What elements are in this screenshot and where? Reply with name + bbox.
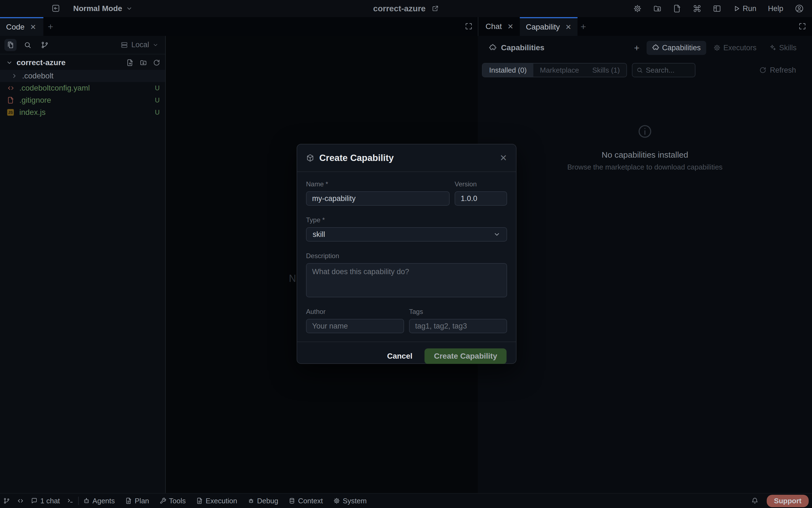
refresh-icon[interactable] (153, 59, 160, 66)
new-file-icon[interactable] (126, 59, 134, 66)
code-view-button[interactable] (17, 498, 24, 504)
tab-chat-label: Chat (486, 22, 502, 31)
capabilities-search[interactable] (632, 63, 695, 77)
panel-title: Capabilities (501, 43, 544, 52)
settings-gear-icon[interactable] (633, 4, 642, 13)
file-name: .gitignore (19, 96, 51, 104)
description-textarea[interactable] (306, 263, 507, 297)
support-button[interactable]: Support (767, 495, 809, 507)
tree-file-row[interactable]: .gitignore U (0, 94, 165, 106)
close-icon[interactable]: ✕ (30, 23, 36, 32)
project-root-row[interactable]: correct-azure (0, 55, 165, 70)
source-selector[interactable]: Local (121, 41, 159, 49)
filter-tabs: Installed (0) Marketplace Skills (1) (482, 63, 627, 77)
app-window: Normal Mode correct-azure Run (0, 0, 812, 508)
git-status-badge: U (155, 109, 160, 116)
command-icon[interactable] (693, 4, 701, 13)
user-avatar[interactable] (795, 4, 804, 13)
fullscreen-icon[interactable] (798, 22, 807, 30)
close-icon[interactable]: ✕ (508, 23, 514, 31)
source-control-button[interactable] (39, 39, 51, 51)
close-icon[interactable]: ✕ (500, 153, 507, 163)
run-label: Run (743, 4, 757, 13)
folder-settings-icon[interactable] (653, 4, 661, 13)
empty-state: No capabilities installed Browse the mar… (478, 124, 812, 171)
file-explorer-sidebar: Local correct-azure .codebolt (0, 36, 166, 493)
filter-skills[interactable]: Skills (1) (585, 64, 626, 77)
run-button[interactable]: Run (733, 4, 757, 13)
tree-folder-codebolt[interactable]: .codebolt (0, 70, 165, 82)
external-link-icon[interactable] (432, 5, 439, 12)
filter-marketplace[interactable]: Marketplace (533, 64, 586, 77)
document-icon (125, 498, 132, 504)
filter-installed[interactable]: Installed (0) (483, 64, 533, 77)
play-icon (733, 5, 740, 12)
document-icon (196, 498, 203, 504)
empty-subtitle: Browse the marketplace to download capab… (567, 163, 723, 171)
nav-context[interactable]: Context (289, 497, 323, 505)
name-input[interactable] (306, 191, 450, 206)
search-input[interactable] (646, 66, 690, 75)
help-button[interactable]: Help (768, 4, 783, 13)
nav-system[interactable]: System (333, 497, 367, 505)
tab-code[interactable]: Code ✕ (0, 17, 43, 36)
status-left: 1 chat (3, 497, 74, 505)
file-icon (7, 97, 14, 104)
refresh-button[interactable]: Refresh (759, 66, 796, 75)
tree-file-row[interactable]: .codeboltconfig.yaml U (0, 82, 165, 94)
cancel-button[interactable]: Cancel (387, 352, 412, 361)
name-label: Name * (306, 180, 450, 188)
search-button[interactable] (22, 39, 34, 51)
bug-icon (248, 498, 254, 504)
chevron-right-icon (11, 73, 18, 79)
back-button[interactable] (52, 4, 60, 12)
toggle-capabilities[interactable]: Capabilities (647, 41, 706, 55)
editor-tab-strip: Code ✕ + (0, 17, 478, 36)
javascript-icon: JS (7, 109, 14, 116)
nav-tools[interactable]: Tools (160, 497, 186, 505)
nav-plan[interactable]: Plan (125, 497, 149, 505)
topbar-actions: Run Help (633, 0, 804, 17)
chat-count-button[interactable]: 1 chat (31, 497, 60, 505)
tab-chat[interactable]: Chat ✕ (480, 17, 520, 36)
author-label: Author (306, 308, 404, 315)
close-icon[interactable]: ✕ (565, 23, 571, 32)
tags-label: Tags (409, 308, 507, 315)
project-title: correct-azure (373, 4, 425, 13)
puzzle-icon (652, 44, 659, 51)
add-tab-button[interactable]: + (578, 22, 588, 32)
capabilities-panel: Capabilities + Capabilities Executors Sk… (478, 36, 812, 493)
file-name: .codeboltconfig.yaml (19, 84, 90, 92)
tree-actions (126, 59, 160, 66)
type-select[interactable]: skill (306, 227, 507, 242)
add-capability-button[interactable]: + (634, 43, 639, 53)
fullscreen-icon[interactable] (464, 22, 473, 30)
tree-file-row[interactable]: JS index.js U (0, 106, 165, 119)
tab-capability[interactable]: Capability ✕ (520, 17, 577, 36)
layout-panel-icon[interactable] (713, 4, 721, 13)
bell-icon[interactable] (751, 497, 759, 504)
version-input[interactable] (455, 191, 507, 206)
author-input[interactable] (306, 319, 404, 333)
mode-selector[interactable]: Normal Mode (73, 0, 132, 17)
search-icon (636, 67, 643, 74)
create-capability-button[interactable]: Create Capability (424, 348, 506, 364)
explorer-toolbar: Local (0, 36, 165, 54)
toggle-skills[interactable]: Skills (764, 41, 802, 55)
file-icon[interactable] (673, 4, 681, 13)
git-branch-button[interactable] (3, 498, 10, 504)
nav-debug[interactable]: Debug (248, 497, 278, 505)
toggle-executors[interactable]: Executors (708, 41, 762, 55)
nav-agents[interactable]: Agents (83, 497, 115, 505)
nav-execution[interactable]: Execution (196, 497, 237, 505)
add-tab-button[interactable]: + (46, 22, 55, 32)
source-label: Local (131, 41, 149, 49)
new-folder-icon[interactable] (140, 59, 147, 66)
terminal-button[interactable] (67, 498, 74, 504)
tags-input[interactable] (409, 319, 507, 333)
panel-tab-strip: Chat ✕ Capability ✕ + (478, 17, 812, 36)
files-view-button[interactable] (4, 39, 16, 51)
status-right: Support (751, 495, 809, 507)
git-status-badge: U (155, 84, 160, 92)
folder-name: .codebolt (22, 72, 53, 80)
